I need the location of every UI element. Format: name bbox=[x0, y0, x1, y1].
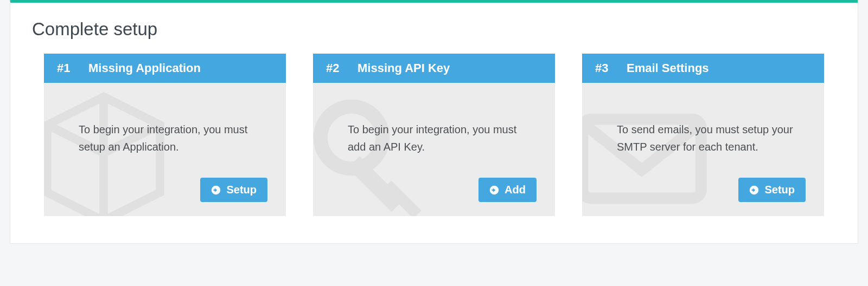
arrow-right-icon bbox=[211, 185, 221, 195]
card-description: To begin your integration, you must add … bbox=[348, 121, 537, 167]
setup-email-button[interactable]: Setup bbox=[738, 178, 806, 202]
card-actions: Add bbox=[348, 178, 537, 202]
button-label: Setup bbox=[764, 184, 795, 196]
button-label: Add bbox=[505, 184, 526, 196]
setup-card-email: #3 Email Settings To send emails, you mu… bbox=[582, 54, 824, 216]
setup-panel: Complete setup #1 Missing Application To… bbox=[10, 0, 858, 244]
arrow-right-icon bbox=[489, 185, 499, 195]
button-label: Setup bbox=[226, 184, 257, 196]
card-body: To begin your integration, you must add … bbox=[313, 83, 555, 216]
card-description: To begin your integration, you must setu… bbox=[79, 121, 267, 167]
svg-rect-7 bbox=[492, 189, 495, 190]
card-title: Missing Application bbox=[88, 61, 201, 75]
card-header: #1 Missing Application bbox=[44, 54, 286, 83]
card-title: Email Settings bbox=[627, 61, 709, 75]
card-number: #1 bbox=[57, 61, 72, 75]
card-title: Missing API Key bbox=[358, 61, 450, 75]
svg-rect-10 bbox=[752, 189, 755, 190]
setup-application-button[interactable]: Setup bbox=[200, 178, 267, 202]
arrow-right-icon bbox=[749, 185, 759, 195]
card-number: #2 bbox=[326, 61, 341, 75]
svg-rect-1 bbox=[214, 189, 216, 190]
card-description: To send emails, you must setup your SMTP… bbox=[617, 121, 806, 167]
card-header: #3 Email Settings bbox=[582, 54, 824, 83]
setup-cards-row: #1 Missing Application To begin your int… bbox=[31, 54, 837, 216]
add-api-key-button[interactable]: Add bbox=[478, 178, 537, 202]
card-actions: Setup bbox=[617, 178, 806, 202]
setup-card-api-key: #2 Missing API Key To begin your integra… bbox=[313, 54, 555, 216]
card-body: To begin your integration, you must setu… bbox=[44, 83, 286, 216]
card-body: To send emails, you must setup your SMTP… bbox=[582, 83, 824, 216]
card-actions: Setup bbox=[79, 178, 267, 202]
page-title: Complete setup bbox=[32, 19, 837, 40]
setup-card-application: #1 Missing Application To begin your int… bbox=[44, 54, 286, 216]
card-header: #2 Missing API Key bbox=[313, 54, 555, 83]
card-number: #3 bbox=[595, 61, 610, 75]
